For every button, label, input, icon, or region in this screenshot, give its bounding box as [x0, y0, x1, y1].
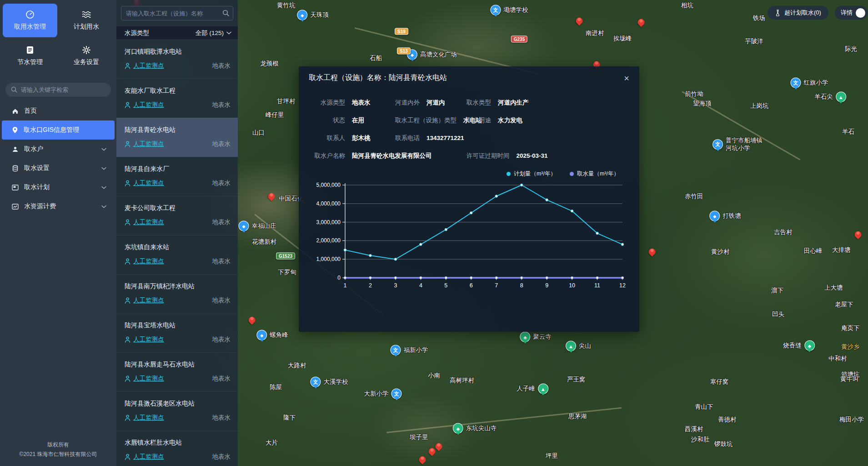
map-poi-school[interactable]: 文福新小学: [391, 345, 428, 356]
school-marker-icon[interactable]: 文: [712, 140, 723, 150]
red-pin-icon[interactable]: [574, 16, 584, 25]
detail-toggle[interactable]: 详情: [835, 6, 868, 20]
map-poi-label: 尖山: [579, 342, 591, 350]
monitor-type-link[interactable]: 人工监测点: [133, 62, 164, 70]
monitor-type-link[interactable]: 人工监测点: [133, 179, 164, 187]
keyword-search-input[interactable]: [5, 83, 111, 97]
field-value: 13432771221: [426, 135, 464, 141]
poi-marker-icon[interactable]: ◆: [239, 221, 249, 231]
menu-item-intake-settings[interactable]: 取水设置: [2, 159, 115, 178]
map-poi-temple[interactable]: ♣聚云寺: [520, 332, 552, 342]
home-icon: [12, 108, 19, 115]
map-poi-school[interactable]: 文墈塘学校: [491, 5, 528, 15]
menu-item-water-billing[interactable]: 水资源计费: [2, 197, 115, 216]
toggle-knob[interactable]: [856, 8, 865, 18]
monitor-type-link[interactable]: 人工监测点: [133, 218, 164, 226]
map-place-label: 善德村: [718, 416, 737, 424]
map-poi-temple[interactable]: ♣东坑尖山寺: [453, 423, 497, 434]
red-pin-icon[interactable]: [636, 17, 646, 27]
red-pin-icon[interactable]: [247, 315, 256, 325]
monitor-type-link[interactable]: 人工监测点: [133, 336, 164, 344]
poi-marker-icon[interactable]: ◆: [256, 330, 267, 341]
menu-item-intake-plan[interactable]: 取水计划: [2, 178, 115, 197]
station-list-item[interactable]: 陆河县青砼水电站 人工监测点 地表水: [116, 118, 238, 157]
legend-label: 计划量（m³/年）: [514, 170, 556, 178]
monitor-type-link[interactable]: 人工监测点: [133, 140, 164, 148]
map-place-label: 吉告村: [774, 228, 793, 236]
school-marker-icon[interactable]: 文: [391, 345, 401, 356]
school-marker-icon[interactable]: 文: [391, 389, 402, 399]
map-poi-peak[interactable]: ▲人子嶂: [517, 384, 548, 394]
school-marker-icon[interactable]: 文: [491, 5, 501, 15]
temple-marker-icon[interactable]: ♣: [453, 423, 463, 434]
monitor-type-link[interactable]: 人工监测点: [133, 414, 164, 422]
intake-point-pin[interactable]: [436, 443, 442, 450]
peak-marker-icon[interactable]: ▲: [566, 341, 576, 351]
station-list-item[interactable]: 水唇镇水栏肚水电站 人工监测点 地表水: [116, 431, 238, 466]
map-poi-poi[interactable]: ◆高塘文化广场: [407, 50, 457, 60]
field-value: 地表水: [352, 99, 371, 107]
intake-point-pin[interactable]: [649, 249, 656, 256]
intake-point-pin[interactable]: [638, 19, 645, 26]
school-marker-icon[interactable]: 文: [311, 377, 321, 387]
map-poi-label: 大溪学校: [324, 378, 348, 386]
menu-item-water-users[interactable]: 取水户: [2, 140, 115, 159]
station-list-item[interactable]: 东坑镇自来水站 人工监测点 地表水: [116, 235, 238, 274]
map-poi-poi[interactable]: ◆幸福山庄: [239, 221, 276, 231]
monitor-type-link[interactable]: 人工监测点: [133, 375, 164, 383]
intake-point-pin[interactable]: [855, 231, 862, 238]
station-search-input[interactable]: [121, 6, 233, 20]
intake-point-pin[interactable]: [576, 18, 583, 25]
school-marker-icon[interactable]: 文: [791, 78, 801, 88]
poi-marker-icon[interactable]: ◆: [297, 10, 307, 20]
module-water-saving[interactable]: 节水管理: [3, 39, 57, 73]
red-pin-icon[interactable]: [434, 441, 443, 451]
map-poi-school[interactable]: 文大溪学校: [311, 377, 348, 387]
monitor-type-link[interactable]: 人工监测点: [133, 257, 164, 266]
station-list-item[interactable]: 友能水厂取水工程 人工监测点 地表水: [116, 79, 238, 118]
intake-point-pin[interactable]: [268, 193, 275, 200]
map-poi-peak[interactable]: ▲羊石尖: [814, 92, 846, 102]
intake-point-pin[interactable]: [249, 317, 256, 324]
red-pin-icon[interactable]: [853, 230, 863, 239]
red-pin-icon[interactable]: [266, 191, 276, 201]
station-list-item[interactable]: 陆河县水唇走马石水电站 人工监测点 地表水: [116, 352, 238, 391]
map-poi-school[interactable]: 文大新小学: [364, 389, 402, 399]
legend-item-plan[interactable]: 计划量（m³/年）: [507, 170, 556, 178]
legend-item-actual[interactable]: 取水量（m³/年）: [570, 170, 619, 178]
map-poi-peak[interactable]: ▲尖山: [566, 341, 591, 351]
red-pin-icon[interactable]: [647, 247, 657, 256]
map-poi-school[interactable]: 文普宁市船埔镇河坑小学: [712, 137, 763, 152]
map-poi-poi[interactable]: ◆螺角峰: [256, 330, 288, 341]
red-pin-icon[interactable]: [417, 455, 427, 464]
menu-item-intake-gis[interactable]: 取水口GIS信息管理: [2, 120, 115, 140]
filter-dropdown[interactable]: 全部 (125): [196, 29, 231, 37]
station-list-item[interactable]: 河口镇唱歌潭水电站 人工监测点 地表水: [116, 40, 238, 79]
module-water-intake-mgmt[interactable]: 取用水管理: [3, 4, 57, 37]
map-poi-poi[interactable]: ◆天珠顶: [297, 10, 329, 20]
intake-point-pin[interactable]: [419, 456, 426, 463]
menu-item-home[interactable]: 首页: [2, 101, 115, 120]
map-poi-school[interactable]: 文红旗小学: [791, 78, 828, 88]
station-list-item[interactable]: 麦卡公司取水工程 人工监测点 地表水: [116, 196, 238, 235]
red-pin-icon[interactable]: [427, 446, 437, 456]
monitor-type-link[interactable]: 人工监测点: [133, 296, 164, 305]
peak-marker-icon[interactable]: ▲: [836, 92, 846, 102]
peak-marker-icon[interactable]: ▲: [538, 384, 548, 394]
map-poi-poi[interactable]: ◆打铁塘: [709, 211, 741, 221]
station-list-item[interactable]: 陆河县自来水厂 人工监测点 地表水: [116, 157, 238, 196]
station-list-item[interactable]: 陆河县南万镇杞洋水电站 人工监测点 地表水: [116, 274, 238, 313]
intake-point-pin[interactable]: [429, 448, 436, 455]
monitor-type-link[interactable]: 人工监测点: [133, 101, 164, 109]
over-plan-alarm-button[interactable]: 超计划取水(0): [768, 6, 828, 20]
temple-marker-icon[interactable]: ♣: [804, 341, 815, 351]
poi-marker-icon[interactable]: ◆: [709, 211, 720, 221]
station-list-item[interactable]: 陆河县宝塔水电站 人工监测点 地表水: [116, 313, 238, 352]
close-icon[interactable]: ×: [624, 74, 629, 83]
monitor-type-link[interactable]: 人工监测点: [133, 453, 164, 461]
module-business-settings[interactable]: 业务设置: [59, 39, 114, 73]
station-list-item[interactable]: 陆河县激石溪老区水电站 人工监测点 地表水: [116, 391, 238, 431]
map-poi-temple[interactable]: ♣烧香缝: [783, 341, 815, 351]
module-planned-water[interactable]: 计划用水: [59, 4, 114, 37]
temple-marker-icon[interactable]: ♣: [520, 332, 530, 342]
